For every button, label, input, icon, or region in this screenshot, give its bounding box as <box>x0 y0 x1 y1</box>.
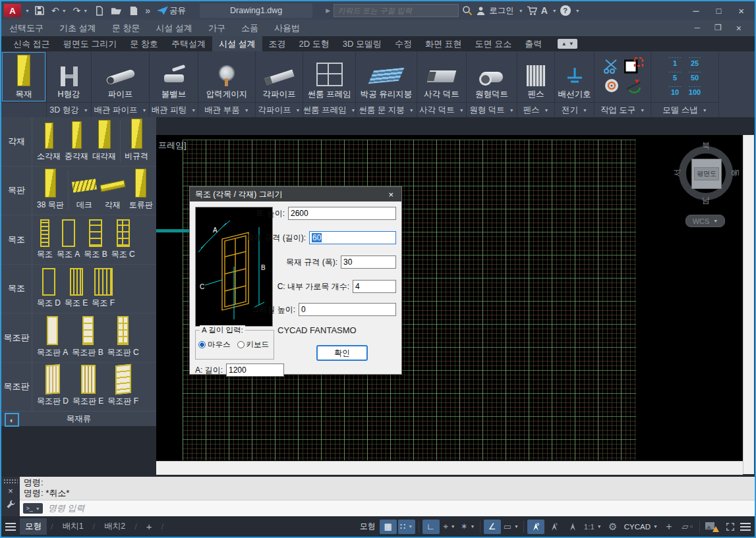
panel-footer-square-pipe[interactable]: 각파이프▼ <box>256 102 303 117</box>
snap-value-button[interactable]: 10 <box>668 86 682 96</box>
isodraft-toggle[interactable]: ✶▼ <box>459 520 477 534</box>
menu-select-tools[interactable]: 선택도구 <box>9 22 44 34</box>
ribbon-tab-quick-access[interactable]: 신속 접근 <box>7 36 57 51</box>
snap-value-button[interactable]: 5 <box>668 71 682 82</box>
ribbon-display-toggle[interactable]: ▲▼ <box>558 39 577 49</box>
palette-item[interactable]: 비규격 <box>123 119 150 162</box>
ribbon-tab-door-window[interactable]: 문 창호 <box>123 36 165 51</box>
tool-sunroom-frame-button[interactable]: 썬룸 프레임 <box>303 51 355 102</box>
open-button[interactable] <box>109 3 124 18</box>
tool-ball-valve-button[interactable]: 볼밸브 <box>150 51 198 102</box>
snap-value-button[interactable]: 25 <box>688 57 701 67</box>
ribbon-tab-landscape[interactable]: 조경 <box>262 36 293 51</box>
search-input[interactable] <box>334 4 459 17</box>
palette-item[interactable]: 목조판 C <box>105 316 141 358</box>
annotation-scale-button[interactable] <box>564 520 581 534</box>
command-tools-wrench-icon[interactable] <box>6 499 16 509</box>
palette-item[interactable]: 목조 E <box>63 268 90 309</box>
menu-usage[interactable]: 사용법 <box>274 22 300 34</box>
object-snap-tracking-toggle[interactable]: ∠ <box>484 520 501 534</box>
compass-west-label[interactable]: 서 <box>672 169 683 177</box>
panel-footer-pipe[interactable]: 배관 파이프▼ <box>92 102 149 117</box>
command-history[interactable]: 명령: 명령: *취소* <box>20 477 755 500</box>
menu-door-window[interactable]: 문 창문 <box>112 22 140 34</box>
app-logo-caret-icon[interactable]: ▼ <box>25 9 30 13</box>
ribbon-tab-3d-modeling[interactable]: 3D 모델링 <box>336 36 388 51</box>
help-caret-icon[interactable]: ▼ <box>575 9 580 13</box>
panel-footer-fitting[interactable]: 배관 피팅▼ <box>150 102 198 117</box>
cart-icon[interactable] <box>527 6 538 16</box>
palette-item[interactable]: 소각재 <box>35 122 63 162</box>
palette-pin-button[interactable]: ◐ <box>5 413 19 427</box>
search-icon[interactable] <box>462 5 473 16</box>
login-caret-icon[interactable]: ▼ <box>519 9 523 13</box>
move-crosshair-button[interactable]: + <box>660 520 678 534</box>
view-compass[interactable]: 북 남 서 동 평면도 <box>675 142 737 204</box>
ribbon-tab-drawing-elements[interactable]: 도면 요소 <box>469 36 519 51</box>
ribbon-tab-2d-shapes[interactable]: 2D 도형 <box>293 36 336 51</box>
scissors-tool-button[interactable] <box>603 57 620 74</box>
compass-east-label[interactable]: 동 <box>730 169 741 177</box>
command-drag-handle[interactable] <box>3 479 18 483</box>
login-button[interactable]: 로그인 <box>489 5 514 16</box>
palette-item[interactable]: 목조판 D <box>35 365 71 407</box>
tool-pressure-gauge-button[interactable]: 압력게이지 <box>198 51 255 102</box>
ribbon-tab-house-design[interactable]: 주택설계 <box>165 36 212 51</box>
palette-item[interactable]: 중각재 <box>63 121 90 162</box>
undo-button[interactable]: ↶▼ <box>49 3 69 18</box>
tool-pipe-button[interactable]: 파이프 <box>92 51 149 102</box>
minimize-button[interactable]: ─ <box>693 6 699 16</box>
clean-screen-button[interactable] <box>722 520 739 534</box>
document-tab[interactable]: Drawing1.dwg <box>200 3 312 18</box>
palette-item[interactable]: 목조 F <box>90 268 117 309</box>
menu-basic-design[interactable]: 기초 설계 <box>59 22 96 34</box>
palette-item[interactable]: 목조 D <box>35 268 63 309</box>
panel-footer-round-duct[interactable]: 원형 덕트▼ <box>467 102 517 117</box>
target-tool-button[interactable] <box>604 78 620 94</box>
tool-square-pipe-button[interactable]: 각파이프 <box>256 51 303 102</box>
palette-item[interactable]: 데크 <box>71 180 98 211</box>
palette-item[interactable]: 각재 <box>98 182 127 211</box>
palette-item[interactable]: 목조판 B <box>70 316 105 358</box>
menu-facility-design[interactable]: 시설 설계 <box>156 22 192 34</box>
panel-footer-work-tools[interactable]: 작업 도구▼ <box>595 102 651 117</box>
annotation-visibility-toggle[interactable] <box>527 520 544 534</box>
layout-tab-2[interactable]: 배치2 <box>99 518 131 535</box>
tool-wiring-symbol-button[interactable]: 배선기호 <box>555 51 594 102</box>
settings-button[interactable]: ⚙ <box>604 520 622 534</box>
annotation-autoscale-toggle[interactable] <box>546 520 563 534</box>
tool-hbeam-button[interactable]: H형강 <box>47 51 91 102</box>
copy-region-tool-button[interactable] <box>624 57 644 74</box>
panel-footer-wood[interactable] <box>1 102 46 117</box>
palette-item[interactable]: 목조 C <box>109 219 137 260</box>
palette-item[interactable]: 대각재 <box>90 120 118 162</box>
autodesk-app-icon[interactable]: A <box>541 5 548 16</box>
compass-south-label[interactable]: 남 <box>702 195 710 206</box>
redo-button[interactable]: ↷▼ <box>71 3 90 18</box>
doc-close-button[interactable]: × <box>736 23 741 34</box>
ribbon-tab-modify[interactable]: 수정 <box>388 36 419 51</box>
palette-item[interactable]: 토류판 <box>127 169 155 211</box>
doc-restore-button[interactable]: ❐ <box>714 23 722 34</box>
command-close-icon[interactable]: × <box>8 487 13 495</box>
scale-selector[interactable]: 1:1▼ <box>583 520 603 534</box>
tool-round-duct-button[interactable]: 원형덕트 <box>467 51 517 102</box>
height-input[interactable] <box>288 207 396 220</box>
snap-value-button[interactable]: 1 <box>668 57 682 67</box>
ribbon-tab-floorplan[interactable]: 평면도 그리기 <box>57 36 124 51</box>
layout-menu-icon[interactable] <box>5 523 16 531</box>
qat-overflow-button[interactable]: » <box>143 3 152 18</box>
crossbar-count-input[interactable] <box>353 280 396 293</box>
rotate-tool-button[interactable] <box>625 77 643 94</box>
snap-value-button[interactable]: 50 <box>688 71 701 82</box>
model-space-label[interactable]: 모형 <box>357 521 378 532</box>
palette-item[interactable]: 목조 B <box>82 219 109 260</box>
ribbon-tab-facility-design[interactable]: 시설 설계 <box>212 36 262 51</box>
maximize-button[interactable]: □ <box>716 6 721 16</box>
radio-keyboard[interactable]: 키보드 <box>237 340 270 350</box>
search-expand-icon[interactable]: ▶ <box>326 7 330 14</box>
layout-tab-1[interactable]: 배치1 <box>57 518 89 535</box>
spec-width-input[interactable] <box>341 256 396 269</box>
palette-item[interactable]: 목조판 F <box>105 365 140 407</box>
share-button[interactable]: 공유 <box>155 3 188 18</box>
